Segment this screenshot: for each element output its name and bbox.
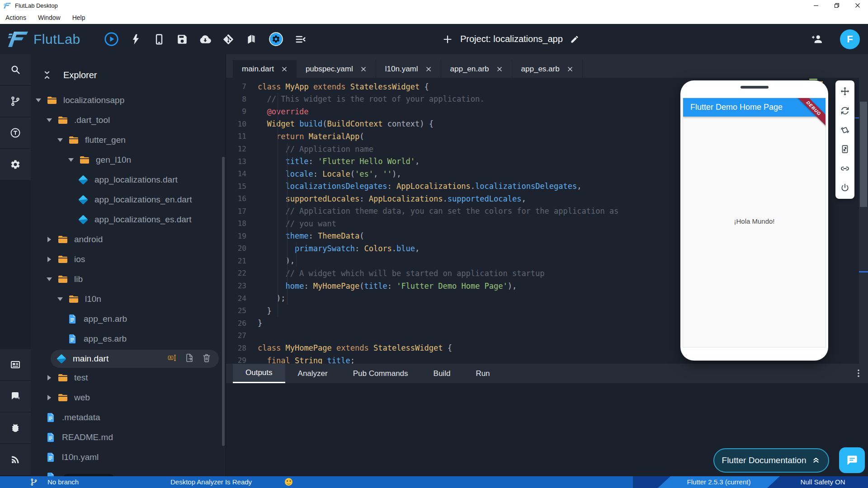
tab-pubspec.yaml[interactable]: pubspec.yaml bbox=[297, 60, 376, 78]
git-button[interactable] bbox=[222, 33, 234, 45]
code-text: } bbox=[258, 319, 262, 328]
panel-tab-outputs[interactable]: Outputs bbox=[233, 364, 285, 383]
letter-t-button[interactable] bbox=[0, 117, 31, 148]
tree-item-lib[interactable]: lib bbox=[31, 269, 226, 289]
window-controls bbox=[806, 0, 868, 11]
tree-item-.metadata[interactable]: .metadata bbox=[31, 408, 226, 427]
line-number: 15 bbox=[226, 182, 258, 191]
tree-item-android[interactable]: android bbox=[31, 230, 226, 249]
close-icon[interactable] bbox=[496, 66, 503, 72]
tree-item-ios[interactable]: ios bbox=[31, 249, 226, 269]
tree-item-l10n[interactable]: l10n bbox=[31, 289, 226, 309]
panel-menu-button[interactable] bbox=[854, 368, 863, 378]
collapse-explorer-button[interactable] bbox=[42, 70, 52, 80]
git-branch-button[interactable] bbox=[0, 86, 31, 117]
power-button[interactable] bbox=[840, 183, 850, 193]
tree-item-app_localizations.dart[interactable]: app_localizations.dart bbox=[31, 170, 226, 190]
device-button[interactable] bbox=[153, 33, 165, 45]
tree-item[interactable] bbox=[31, 467, 226, 476]
tree-item-web[interactable]: web bbox=[31, 388, 226, 408]
tree-item-flutter_gen[interactable]: flutter_gen bbox=[31, 130, 226, 150]
tree-item-.dart_tool[interactable]: .dart_tool bbox=[31, 110, 226, 130]
tab-main.dart[interactable]: main.dart bbox=[233, 60, 297, 78]
link-button[interactable] bbox=[840, 164, 850, 174]
menu-actions[interactable]: Actions bbox=[5, 14, 26, 21]
close-icon[interactable] bbox=[281, 66, 288, 72]
tree-item-l10n.yaml[interactable]: l10n.yaml bbox=[31, 447, 226, 467]
settings-gear-button[interactable] bbox=[0, 149, 31, 180]
cloud-download-button[interactable] bbox=[199, 33, 211, 45]
user-avatar[interactable]: F bbox=[840, 29, 860, 49]
panel-tab-analyzer[interactable]: Analyzer bbox=[285, 364, 340, 383]
rss-button[interactable] bbox=[0, 444, 31, 475]
docs-button[interactable] bbox=[245, 33, 257, 45]
editor-scrollbar[interactable] bbox=[859, 78, 868, 364]
tree-item-app_es.arb[interactable]: app_es.arb bbox=[31, 329, 226, 349]
chat-button[interactable] bbox=[0, 381, 31, 412]
add-project-button[interactable] bbox=[442, 34, 453, 45]
tree-item-README.md[interactable]: README.md bbox=[31, 427, 226, 447]
gear-circle-icon bbox=[269, 32, 283, 47]
tree-item-app_localizations_es.dart[interactable]: app_localizations_es.dart bbox=[31, 210, 226, 230]
tree-item-gen_l10n[interactable]: gen_l10n bbox=[31, 150, 226, 170]
save-button[interactable] bbox=[176, 33, 188, 45]
tree-item-main.dart[interactable]: main.dartA bbox=[51, 350, 219, 368]
line-number: 18 bbox=[226, 219, 258, 228]
search-button[interactable] bbox=[0, 54, 31, 85]
add-user-button[interactable] bbox=[811, 33, 824, 46]
lightning-icon bbox=[130, 33, 142, 45]
scrollbar-thumb[interactable] bbox=[860, 102, 867, 207]
trash-button[interactable] bbox=[202, 353, 212, 365]
tab-l10n.yaml[interactable]: l10n.yaml bbox=[376, 60, 441, 78]
chevron-right-icon bbox=[45, 375, 53, 380]
close-icon[interactable] bbox=[567, 66, 573, 72]
panel-tab-build[interactable]: Build bbox=[421, 364, 463, 383]
chat-button[interactable] bbox=[839, 447, 865, 473]
folder-icon bbox=[79, 155, 90, 165]
bug-button[interactable] bbox=[0, 413, 31, 443]
minimize-button[interactable] bbox=[806, 0, 826, 11]
tree-item-app_localizations_en.dart[interactable]: app_localizations_en.dart bbox=[31, 190, 226, 210]
close-button[interactable] bbox=[847, 0, 868, 11]
tree-item-label: lib bbox=[74, 274, 83, 284]
code-text: // This widget is the root of your appli… bbox=[258, 94, 485, 103]
branch-status[interactable]: No branch bbox=[47, 478, 79, 486]
menu-window[interactable]: Window bbox=[38, 14, 61, 21]
gear-circle-button[interactable] bbox=[269, 32, 283, 47]
line-number: 21 bbox=[226, 257, 258, 265]
lightning-button[interactable] bbox=[130, 33, 142, 45]
news-button[interactable] bbox=[0, 349, 31, 380]
tab-app_es.arb[interactable]: app_es.arb bbox=[512, 60, 583, 78]
chevron-right-icon bbox=[45, 257, 53, 262]
folder-icon bbox=[57, 254, 68, 265]
code-text: // Application theme data, you can set t… bbox=[258, 206, 618, 216]
tree-item-label: flutter_gen bbox=[85, 135, 126, 145]
close-icon[interactable] bbox=[360, 66, 367, 72]
run-button[interactable] bbox=[104, 32, 119, 47]
edit-project-button[interactable] bbox=[570, 35, 579, 44]
indent-guide bbox=[278, 93, 278, 317]
rename-button[interactable]: A bbox=[167, 353, 177, 365]
tree-item-test[interactable]: test bbox=[31, 368, 226, 388]
flutter-documentation-button[interactable]: Flutter Documentation bbox=[713, 448, 829, 473]
tab-app_en.arb[interactable]: app_en.arb bbox=[441, 60, 512, 78]
menu-help[interactable]: Help bbox=[72, 14, 85, 21]
tree-item-app_en.arb[interactable]: app_en.arb bbox=[31, 309, 226, 329]
move-file-button[interactable] bbox=[184, 353, 194, 365]
rotate-button[interactable] bbox=[840, 125, 850, 135]
explorer-scrollbar[interactable] bbox=[222, 157, 225, 446]
flutter-version[interactable]: Flutter 2.5.3 (current) bbox=[660, 478, 778, 486]
maximize-button[interactable] bbox=[826, 0, 847, 11]
tree-item-localizationsapp[interactable]: localizationsapp bbox=[31, 90, 226, 110]
refresh-button[interactable] bbox=[840, 106, 850, 116]
tree-item-label: web bbox=[74, 393, 90, 403]
null-safety-status[interactable]: Null Safety ON bbox=[782, 478, 863, 486]
close-icon[interactable] bbox=[425, 66, 432, 72]
panel-tab-pub-commands[interactable]: Pub Commands bbox=[340, 364, 421, 383]
line-number: 23 bbox=[226, 282, 258, 290]
collapse-menu-button[interactable] bbox=[295, 33, 307, 45]
resize-button[interactable] bbox=[840, 144, 850, 154]
move-button[interactable] bbox=[840, 86, 850, 96]
panel-tab-run[interactable]: Run bbox=[463, 364, 502, 383]
git-branch-icon bbox=[30, 478, 38, 486]
